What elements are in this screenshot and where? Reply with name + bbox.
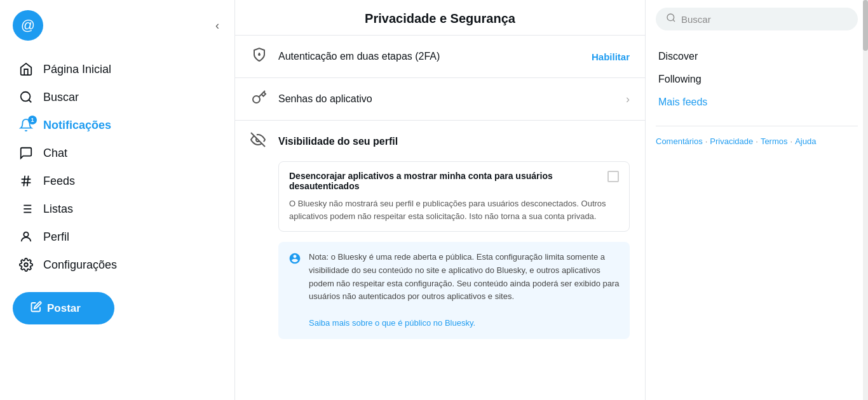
page-title: Privacidade e Segurança — [250, 11, 630, 26]
search-icon — [18, 90, 34, 104]
bluesky-icon — [288, 252, 301, 330]
footer-links: Comentários · Privacidade · Termos · Aju… — [656, 137, 858, 146]
sidebar-item-label-notifications: Notificações — [43, 119, 111, 132]
app-passwords-label: Senhas do aplicativo — [278, 93, 616, 105]
edit-icon — [31, 301, 42, 316]
ajuda-link[interactable]: Ajuda — [795, 137, 816, 146]
scrollbar-thumb[interactable] — [863, 0, 868, 51]
chevron-right-icon: › — [626, 93, 630, 106]
separator-1: · — [705, 137, 708, 146]
sidebar-item-settings[interactable]: Configurações — [13, 251, 222, 278]
profile-visibility-section: Visibilidade do seu perfil Desencorajar … — [235, 121, 645, 350]
avatar[interactable]: @ — [13, 10, 43, 41]
sidebar-item-chat[interactable]: Chat — [13, 140, 222, 166]
sidebar-item-feeds[interactable]: Feeds — [13, 168, 222, 194]
svg-point-18 — [667, 14, 674, 21]
hash-icon — [18, 174, 34, 188]
left-sidebar: @ ‹ Página Inicial Buscar 1 Notificações — [0, 0, 235, 400]
visibility-checkbox[interactable] — [607, 171, 619, 182]
sidebar-item-lists[interactable]: Listas — [13, 196, 222, 222]
app-passwords-section: Senhas do aplicativo › — [235, 78, 645, 121]
shield-icon — [250, 47, 268, 66]
right-links: Discover Following Mais feeds — [656, 46, 858, 113]
bell-icon: 1 — [18, 118, 34, 132]
visibility-title: Visibilidade do seu perfil — [278, 136, 398, 147]
main-header: Privacidade e Segurança — [235, 0, 645, 36]
visibility-card-header: Desencorajar aplicativos a mostrar minha… — [289, 171, 619, 191]
separator-3: · — [790, 137, 793, 146]
discover-link[interactable]: Discover — [656, 46, 858, 67]
sidebar-item-label-chat: Chat — [43, 147, 67, 160]
notification-badge: 1 — [28, 116, 37, 124]
svg-line-1 — [29, 100, 31, 102]
svg-point-13 — [24, 263, 28, 267]
visibility-card-desc: O Bluesky não mostrará seu perfil e publ… — [289, 197, 619, 222]
note-link[interactable]: Saiba mais sobre o que é público no Blue… — [309, 318, 475, 328]
right-sidebar: Discover Following Mais feeds Comentário… — [646, 0, 868, 400]
main-content: Privacidade e Segurança Autenticação em … — [235, 0, 646, 400]
chat-icon — [18, 146, 34, 160]
scrollbar-track — [863, 0, 868, 400]
note-text: Nota: o Bluesky é uma rede aberta e públ… — [309, 251, 620, 330]
sidebar-item-home[interactable]: Página Inicial — [13, 56, 222, 83]
enable-2fa-button[interactable]: Habilitar — [592, 51, 630, 62]
note-card: Nota: o Bluesky é uma rede aberta e públ… — [278, 242, 630, 339]
list-icon — [18, 202, 34, 216]
sidebar-item-label-profile: Perfil — [43, 230, 69, 244]
post-button-label: Postar — [47, 302, 81, 315]
collapse-button[interactable]: ‹ — [213, 17, 222, 35]
search-input[interactable] — [681, 14, 848, 25]
eye-off-icon — [250, 132, 268, 151]
note-content: Nota: o Bluesky é uma rede aberta e públ… — [309, 251, 620, 330]
comentarios-link[interactable]: Comentários — [656, 137, 703, 146]
search-box[interactable] — [656, 8, 858, 30]
visibility-header: Visibilidade do seu perfil — [250, 132, 630, 151]
svg-point-0 — [21, 92, 31, 102]
divider — [656, 126, 858, 126]
settings-icon — [18, 258, 34, 272]
home-icon — [18, 62, 34, 76]
sidebar-item-notifications[interactable]: 1 Notificações — [13, 112, 222, 138]
profile-icon — [18, 230, 34, 244]
mais-feeds-link[interactable]: Mais feeds — [656, 91, 858, 113]
post-button[interactable]: Postar — [13, 292, 114, 324]
note-text-content: Nota: o Bluesky é uma rede aberta e públ… — [309, 252, 620, 301]
svg-line-5 — [27, 176, 29, 187]
sidebar-item-label-settings: Configurações — [43, 258, 117, 272]
app-passwords-row[interactable]: Senhas do aplicativo › — [235, 78, 645, 120]
following-link[interactable]: Following — [656, 69, 858, 90]
sidebar-nav: Página Inicial Buscar 1 Notificações Cha… — [13, 56, 222, 279]
sidebar-header: @ ‹ — [13, 10, 222, 41]
two-factor-section: Autenticação em duas etapas (2FA) Habili… — [235, 36, 645, 78]
separator-2: · — [756, 137, 758, 146]
sidebar-item-label-search: Buscar — [43, 91, 79, 104]
key-icon — [250, 90, 268, 109]
svg-point-12 — [24, 232, 28, 237]
sidebar-item-label-home: Página Inicial — [43, 63, 111, 76]
svg-point-16 — [253, 96, 260, 103]
sidebar-item-search[interactable]: Buscar — [13, 84, 222, 110]
visibility-card-title: Desencorajar aplicativos a mostrar minha… — [289, 171, 607, 191]
privacidade-link[interactable]: Privacidade — [710, 137, 753, 146]
two-factor-label: Autenticação em duas etapas (2FA) — [278, 51, 581, 62]
sidebar-item-profile[interactable]: Perfil — [13, 223, 222, 250]
sidebar-item-label-feeds: Feeds — [43, 175, 75, 188]
sidebar-item-label-lists: Listas — [43, 203, 73, 216]
svg-line-19 — [673, 20, 675, 22]
termos-link[interactable]: Termos — [761, 137, 788, 146]
svg-line-4 — [24, 176, 25, 187]
search-icon — [666, 13, 676, 25]
two-factor-row: Autenticação em duas etapas (2FA) Habili… — [235, 36, 645, 77]
visibility-card: Desencorajar aplicativos a mostrar minha… — [278, 161, 630, 232]
